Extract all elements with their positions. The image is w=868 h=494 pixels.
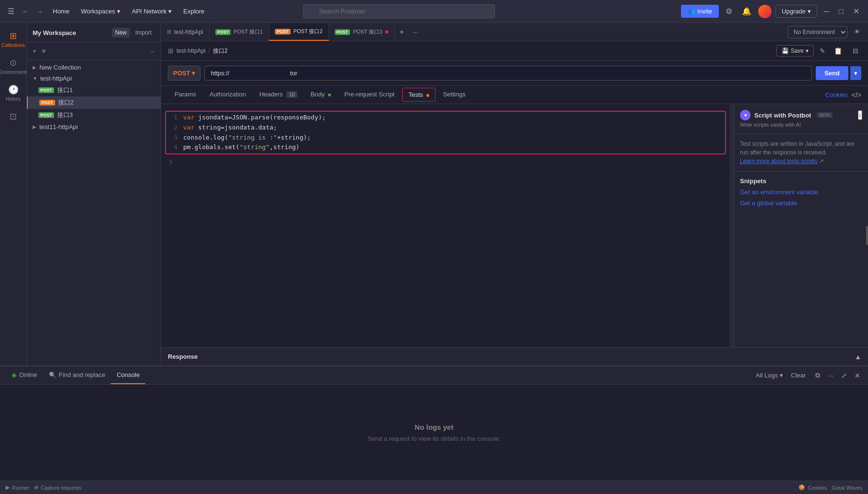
sidebar-item-collections[interactable]: ⊞ Collections (1, 27, 25, 52)
copy-logs-button[interactable]: ⧉ (813, 369, 822, 381)
test-httpapi-collection[interactable]: ▼ test-httpApi (27, 73, 161, 84)
code-editor: 1 var jsondata=JSON.parse(responseBody);… (161, 104, 730, 171)
upgrade-button[interactable]: Upgrade ▾ (775, 5, 817, 18)
editor-area[interactable]: 1 var jsondata=JSON.parse(responseBody);… (161, 104, 730, 347)
chevron-down-icon: ▾ (780, 372, 783, 379)
search-input[interactable] (303, 4, 495, 18)
test11-httpapi-collection[interactable]: ▶ test11-httpApi (27, 121, 161, 132)
response-section[interactable]: Response ▲ (161, 347, 868, 365)
sidebar-item-mock[interactable]: ⊡ (1, 107, 25, 126)
snippet-global-var[interactable]: Get a global variable (740, 200, 862, 207)
new-collection-item[interactable]: ▶ New Collection (27, 62, 161, 73)
method-select[interactable]: POST ▾ (168, 66, 200, 81)
endpoint3-item[interactable]: POST 接口3 (27, 109, 161, 121)
invite-button[interactable]: 👥 Invite (681, 5, 719, 18)
main-layout: ⊞ Collections ⊙ Environments 🕐 History ⊡… (0, 23, 868, 365)
right-panel-scrollbar[interactable] (866, 226, 868, 245)
endpoint2-item[interactable]: POST 接口2 (27, 96, 161, 109)
maximize-button[interactable]: □ (836, 4, 846, 19)
cookies-link[interactable]: Cookies (825, 91, 848, 98)
url-input[interactable] (204, 66, 812, 81)
more-tabs-button[interactable]: ··· (409, 23, 422, 41)
code-body: 1 var jsondata=JSON.parse(responseBody);… (161, 104, 868, 347)
add-tab-button[interactable]: + (395, 23, 409, 41)
close-console-button[interactable]: ✕ (853, 370, 862, 381)
editor-scrollbar[interactable] (730, 104, 734, 347)
post-badge-tab3: POST (335, 29, 351, 35)
postbot-badge: BETA (817, 112, 833, 118)
tab-body[interactable]: Body (304, 87, 338, 103)
tab-pre-request[interactable]: Pre-request Script (338, 87, 401, 103)
save-button[interactable]: 💾 Save ▾ (776, 45, 814, 57)
api-network-dropdown[interactable]: API Network ▾ (128, 6, 176, 17)
tab-settings[interactable]: Settings (436, 87, 472, 103)
right-panel-toggle[interactable]: ⊟ (850, 45, 861, 57)
postbot-expand-button[interactable]: › (858, 110, 862, 120)
bottom-tab-status[interactable]: ◉ Online (6, 366, 43, 384)
settings-button[interactable]: ⚙ (723, 4, 735, 19)
workspaces-dropdown[interactable]: Workspaces ▾ (77, 6, 124, 17)
clear-button[interactable]: Clear (787, 370, 809, 381)
learn-more-link[interactable]: Learn more about tests scripts (740, 158, 817, 165)
edit-button[interactable]: ✎ (817, 45, 828, 57)
import-button[interactable]: Import (132, 28, 155, 37)
explore-button[interactable]: Explore (179, 6, 208, 17)
icon-sidebar: ⊞ Collections ⊙ Environments 🕐 History ⊡ (0, 23, 27, 365)
bottom-tab-find[interactable]: 🔍 Find and replace (43, 366, 111, 384)
snippet-env-var[interactable]: Get an environment variable (740, 188, 862, 196)
collections-list: ▶ New Collection ▼ test-httpApi POST 接口1… (27, 60, 161, 365)
more-options-button[interactable]: ··· (148, 46, 157, 57)
bottom-tab-console[interactable]: Console (111, 366, 145, 384)
tab-authorization[interactable]: Authorization (203, 87, 253, 103)
topbar-right: 👥 Invite ⚙ 🔔 Upgrade ▾ ─ □ ✕ (681, 4, 862, 19)
body-dot (328, 94, 331, 96)
all-logs-select[interactable]: All Logs ▾ (756, 372, 783, 379)
capture-status[interactable]: ⊕ Capture requests (34, 484, 81, 491)
right-panel: ✦ Script with Postbot BETA › Write scrip… (734, 104, 868, 347)
theme-status: Great Waves (832, 484, 862, 491)
invite-icon: 👥 (688, 8, 695, 15)
tab-endpoint2[interactable]: POST POST 接口2 (269, 23, 328, 41)
avatar[interactable] (758, 5, 772, 18)
collection-breadcrumb-icon: ⊞ (168, 47, 174, 55)
post-badge: POST (38, 112, 54, 118)
runner-status[interactable]: ▶ Runner (6, 484, 29, 491)
endpoint1-item[interactable]: POST 接口1 (27, 84, 161, 96)
notifications-button[interactable]: 🔔 (739, 4, 754, 19)
add-collection-button[interactable]: + (31, 46, 38, 57)
tab-endpoint3[interactable]: POST POST 接口3 (329, 23, 395, 41)
send-dropdown-button[interactable]: ▾ (850, 66, 861, 80)
environment-settings-icon[interactable]: 👁 (851, 25, 863, 38)
cookies-status[interactable]: 🍪 Cookies (798, 484, 827, 491)
dot-indicator (385, 30, 388, 34)
breadcrumb-request: 接口2 (213, 47, 228, 55)
code-icon[interactable]: </> (852, 91, 861, 99)
tab-collection[interactable]: ⊞ test-httpApi (161, 23, 210, 41)
tab-tests[interactable]: Tests (402, 88, 435, 102)
chevron-down-icon: ▾ (192, 70, 195, 77)
minimize-button[interactable]: ─ (821, 4, 832, 19)
save-icon: 💾 (782, 47, 789, 54)
send-button[interactable]: Send (816, 66, 848, 80)
tab-endpoint1[interactable]: POST POST 接口1 (210, 23, 269, 41)
back-button[interactable]: ← (20, 6, 31, 17)
forward-button[interactable]: → (35, 6, 45, 17)
more-console-button[interactable]: ··· (826, 370, 835, 381)
environments-icon: ⊙ (10, 58, 17, 68)
home-button[interactable]: Home (49, 6, 73, 17)
environment-select[interactable]: No Environment (787, 26, 847, 38)
expand-console-button[interactable]: ⤢ (839, 370, 849, 381)
close-button[interactable]: ✕ (850, 4, 862, 19)
request-tabs: Params Authorization Headers 10 Body Pre… (161, 86, 868, 104)
description-button[interactable]: 📋 (831, 45, 845, 57)
postbot-subtitle: Write scripts easily with AI (740, 122, 862, 128)
sidebar-item-history[interactable]: 🕐 History (1, 81, 25, 106)
mock-icon: ⊡ (10, 111, 17, 122)
sort-button[interactable]: ≡ (40, 46, 48, 57)
new-button[interactable]: New (112, 28, 130, 37)
no-logs-title: No logs yet (415, 423, 454, 431)
tab-headers[interactable]: Headers 10 (253, 87, 304, 103)
tab-params[interactable]: Params (168, 87, 203, 103)
sidebar-item-environments[interactable]: ⊙ Environments (1, 54, 25, 79)
menu-button[interactable]: ☰ (6, 5, 16, 18)
